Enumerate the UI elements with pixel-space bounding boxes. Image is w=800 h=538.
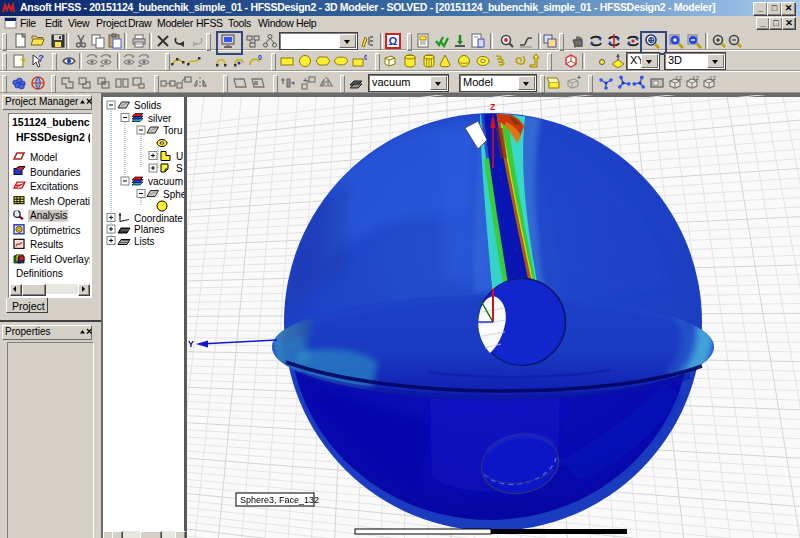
- svg-text:Excitations: Excitations: [30, 181, 78, 192]
- svg-text:12: 12: [675, 75, 682, 81]
- svg-text:12: 12: [692, 75, 699, 81]
- svg-text:+: +: [577, 75, 581, 81]
- svg-text:151124_bubench: 151124_bubench: [12, 116, 90, 128]
- svg-text:HFSSDesign2 (E: HFSSDesign2 (E: [16, 131, 90, 143]
- svg-text:?: ?: [38, 53, 44, 63]
- svg-text:Analysis: Analysis: [30, 210, 67, 221]
- svg-text:Solids: Solids: [134, 100, 161, 111]
- svg-text:Model: Model: [30, 152, 57, 163]
- svg-text:⊕: ⊕: [647, 35, 655, 45]
- svg-text:silver: silver: [148, 113, 172, 124]
- svg-text:Boundaries: Boundaries: [30, 167, 81, 178]
- svg-text:Planes: Planes: [134, 224, 165, 235]
- svg-text:Definitions: Definitions: [16, 268, 63, 279]
- svg-text:Field Overlays: Field Overlays: [30, 254, 90, 265]
- svg-text:Ω: Ω: [389, 35, 398, 47]
- svg-text:?: ?: [20, 57, 26, 68]
- svg-text:Optimetrics: Optimetrics: [30, 225, 81, 236]
- svg-text:Y: Y: [188, 339, 194, 349]
- svg-text:Toru: Toru: [163, 125, 182, 136]
- svg-text:Mesh Operation: Mesh Operation: [30, 196, 90, 207]
- svg-text:Z: Z: [490, 102, 495, 112]
- svg-text:12: 12: [709, 75, 716, 81]
- svg-text:S: S: [176, 163, 183, 174]
- svg-text:vacuum: vacuum: [148, 176, 183, 187]
- svg-text:Coordinate S: Coordinate S: [134, 213, 184, 224]
- svg-text:Results: Results: [30, 239, 63, 250]
- svg-text:Lists: Lists: [134, 236, 155, 247]
- svg-text:Sphe: Sphe: [163, 189, 184, 200]
- svg-text:Sphere3, Face_132: Sphere3, Face_132: [240, 495, 319, 505]
- svg-text:U: U: [176, 151, 183, 162]
- svg-text:0: 0: [258, 54, 262, 61]
- svg-text:0: 0: [364, 54, 367, 61]
